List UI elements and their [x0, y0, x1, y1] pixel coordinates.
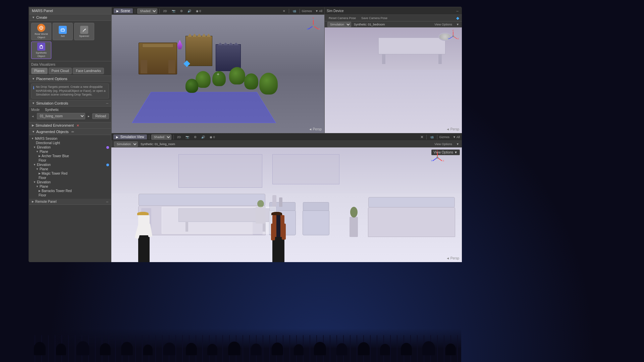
- remote-panel-label: Remote Panel: [35, 200, 56, 203]
- spanner-button[interactable]: Spanner: [74, 23, 94, 40]
- synthetic-object-button[interactable]: SyntheticObject: [31, 42, 51, 59]
- planes-button[interactable]: Planes: [31, 68, 48, 74]
- remote-panel-header[interactable]: ▶ Remote Panel ─: [29, 199, 111, 205]
- directional-light-item[interactable]: Directional Light: [31, 141, 109, 145]
- floor-3-item[interactable]: Floor: [31, 193, 109, 197]
- sim-view-options-btn[interactable]: View Options: [433, 142, 453, 146]
- tower-wooden-1: [139, 43, 177, 74]
- sim-view-gizmos-toggle[interactable]: ▼ All: [453, 135, 460, 139]
- sim-view-fps-btn[interactable]: ◉ 0: [208, 135, 216, 139]
- gizmos-toggle[interactable]: ▼ All: [315, 9, 322, 13]
- mars-panel-title-text: MARS Panel: [32, 9, 53, 13]
- sim-view-toolbar: ▶ Simulation View Shaded 2D 📷 ⚙ 🔊 ◉ 0 ✕ …: [111, 133, 462, 141]
- scene-camera-btn[interactable]: 📷: [170, 9, 177, 13]
- placement-options-header[interactable]: ▼ Placement Options: [29, 76, 111, 82]
- augmented-objects-header[interactable]: ▼ Augmented Objects ✏: [29, 129, 111, 135]
- sim-view-close-btn[interactable]: ✕: [420, 135, 424, 139]
- scene-close-btn[interactable]: ✕: [281, 9, 287, 13]
- scene-tab[interactable]: ▶ Scene: [114, 8, 133, 13]
- sim-view-audio-btn[interactable]: 🔊: [200, 135, 206, 139]
- bedroom-table: [378, 38, 445, 54]
- mars-session-item[interactable]: ▼ MARS Session: [31, 136, 109, 141]
- plane-1-arrow: ▼: [36, 150, 39, 153]
- scene-fps-btn[interactable]: ◉ 0: [195, 9, 203, 13]
- barracks-tower-item[interactable]: ▶ Barracks Tower Red: [31, 189, 109, 193]
- floor-1-item[interactable]: Floor: [31, 158, 109, 163]
- real-world-button[interactable]: Real WorldObject: [31, 23, 51, 40]
- sim-device-simulation-select[interactable]: Simulation: [327, 22, 351, 27]
- elevation-1-item[interactable]: ▼ Elevation: [31, 145, 109, 149]
- elevation-1-arrow: ▼: [33, 146, 36, 149]
- simulation-controls-header[interactable]: ▼ Simulation Controls ─: [29, 100, 111, 107]
- shading-select[interactable]: Shaded: [137, 8, 157, 14]
- magic-crystal: [177, 40, 182, 49]
- scene-collapse-btn[interactable]: ▸: [87, 114, 90, 118]
- face-landmarks-button[interactable]: Face Landmarks: [73, 68, 104, 74]
- tower-top-1: [142, 44, 173, 48]
- scene-select[interactable]: 01_living_room: [37, 113, 85, 119]
- sim-device-collapse-btn[interactable]: ─: [455, 9, 460, 13]
- tower-leg-1: [141, 60, 147, 73]
- real-world-icon: [37, 24, 45, 32]
- plane-3-item[interactable]: ▼ Plane: [31, 184, 109, 189]
- scene-tab-label: Scene: [121, 9, 130, 13]
- svg-point-18: [452, 36, 454, 37]
- save-camera-pose-btn[interactable]: Save Camera Pose: [360, 16, 389, 20]
- scene-settings-btn[interactable]: ⚙: [179, 9, 184, 13]
- sim-view-camera-btn[interactable]: 📷: [184, 135, 191, 139]
- sim-view-simulation-select[interactable]: Simulation: [114, 141, 138, 147]
- remote-panel-arrow: ▶: [32, 200, 34, 203]
- data-visualizers-section: Data Visualizers Planes Point Cloud Face…: [29, 61, 111, 76]
- audience-head-12: [272, 343, 283, 355]
- mode-field-label: Mode: [31, 108, 43, 112]
- svg-text:Y: Y: [431, 160, 433, 162]
- scene-camera-icon-btn[interactable]: 📹: [291, 9, 298, 13]
- viz-buttons-group: Planes Point Cloud Face Landmarks: [31, 68, 109, 74]
- elevation-3-item[interactable]: ▼ Elevation: [31, 180, 109, 184]
- archer-tower-item[interactable]: ▶ Archer Tower Blue: [31, 154, 109, 158]
- tree-view-section: ▼ MARS Session Directional Light ▼ Eleva…: [29, 135, 111, 199]
- plane-2-item[interactable]: ▼ Plane: [31, 167, 109, 171]
- magic-tower-item[interactable]: ▶ Magic Tower Red: [31, 171, 109, 176]
- plane-1-item[interactable]: ▼ Plane: [31, 149, 109, 154]
- sim-device-view-options-btn[interactable]: View Options: [433, 22, 453, 26]
- svg-marker-7: [40, 45, 43, 46]
- sofa-back-cushion: [139, 194, 265, 206]
- 2d-toggle[interactable]: 2D: [162, 9, 168, 13]
- gizmos-label: Gizmos: [302, 9, 312, 13]
- reset-camera-pose-btn[interactable]: Reset Camera Pose: [327, 16, 357, 20]
- person-2-legs: [272, 237, 284, 262]
- audience-head-20: [445, 344, 456, 355]
- mode-field-value: Synthetic: [45, 108, 59, 112]
- svg-text:X: X: [318, 27, 320, 31]
- point-cloud-button[interactable]: Point Cloud: [49, 68, 72, 74]
- sim-controls-collapse[interactable]: ─: [106, 102, 108, 105]
- simulation-view-tab[interactable]: ▶ Simulation View: [113, 134, 147, 139]
- floor-2-item[interactable]: Floor: [31, 176, 109, 180]
- sim-view-gizmos-label: Gizmos: [439, 135, 450, 139]
- bush-3: [229, 67, 245, 84]
- sim-view-camera-icon-btn[interactable]: 📹: [429, 135, 435, 139]
- scene-icon: ◄: [31, 115, 34, 118]
- spanner-label: Spanner: [79, 35, 89, 38]
- create-toolbar: Real WorldObject Set Spanner SyntheticOb…: [29, 21, 111, 61]
- create-label: Create: [36, 15, 47, 19]
- toolbar-divider-1: [135, 9, 135, 13]
- person-2-hair: [271, 212, 282, 215]
- audience-head-9: [207, 344, 217, 355]
- sim-view-divider-2: [173, 135, 174, 139]
- elevation-2-item[interactable]: ▼ Elevation: [31, 163, 109, 167]
- set-button[interactable]: Set: [53, 23, 73, 40]
- sim-device-content: ◄ Persp Z X Y: [325, 27, 462, 133]
- sim-view-shading-select[interactable]: Shaded: [151, 134, 171, 140]
- simulated-env-header[interactable]: ▶ Simulated Environment ✕: [29, 122, 111, 129]
- scene-audio-btn[interactable]: 🔊: [186, 9, 193, 13]
- reload-button[interactable]: Reload: [92, 113, 109, 119]
- remote-panel-collapse[interactable]: ─: [106, 200, 108, 203]
- audience-head-7: [163, 343, 175, 355]
- floor-3-label: Floor: [39, 193, 46, 197]
- sim-view-settings-btn[interactable]: ⚙: [193, 135, 198, 139]
- sim-view-2d-btn[interactable]: 2D: [176, 135, 182, 139]
- synthetic-object-label: SyntheticObject: [36, 51, 47, 58]
- create-section-header[interactable]: ▼ Create: [29, 14, 111, 21]
